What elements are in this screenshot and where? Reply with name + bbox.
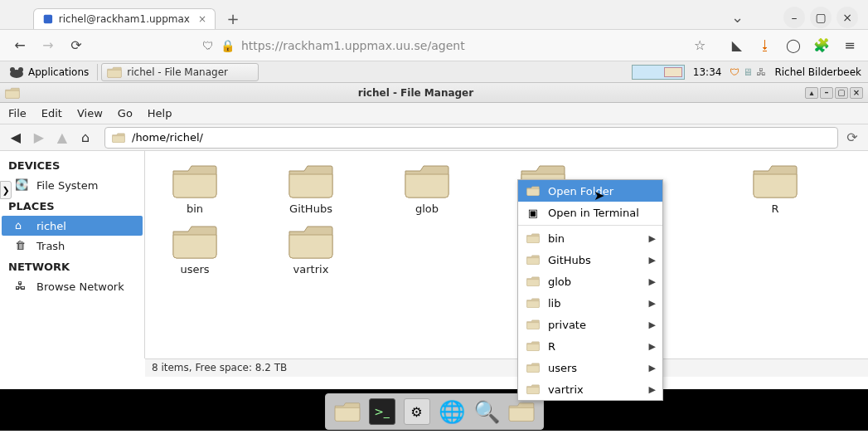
window-minimize-button[interactable]: –: [783, 7, 805, 28]
notification-icon[interactable]: 🛡: [730, 66, 739, 78]
tab-close-icon[interactable]: ×: [198, 13, 206, 25]
ctx-label: Open Folder: [548, 185, 613, 197]
sidebar-label: Browse Network: [36, 280, 124, 293]
window-close-button[interactable]: ×: [836, 7, 858, 28]
path-reload-button[interactable]: ⟳: [843, 129, 861, 145]
folder-icon: [526, 253, 540, 266]
sidebar-item-home[interactable]: ⌂ richel: [2, 216, 143, 236]
fm-shade-button[interactable]: ▴: [805, 87, 818, 99]
new-tab-button[interactable]: +: [222, 7, 244, 29]
ctx-sub-private[interactable]: private▶: [518, 314, 662, 335]
sidebar-cat-places: PLACES: [0, 195, 144, 216]
dock-search-icon[interactable]: 🔍: [473, 398, 500, 425]
ctx-separator: [518, 225, 662, 226]
folder-item[interactable]: bin: [153, 163, 236, 215]
path-bar[interactable]: /home/richel/: [104, 127, 838, 149]
folder-item[interactable]: users: [153, 223, 236, 276]
reload-button[interactable]: ⟳: [66, 36, 86, 56]
display-icon[interactable]: 🖥: [743, 66, 753, 78]
ctx-sub-users[interactable]: users▶: [518, 357, 662, 378]
folder-item[interactable]: vartrix: [269, 223, 352, 276]
network-icon[interactable]: 🖧: [756, 66, 766, 78]
nav-home-button[interactable]: ⌂: [76, 129, 95, 147]
ctx-label: private: [548, 319, 586, 331]
sidebar-item-browse-network[interactable]: 🖧 Browse Network: [0, 276, 144, 296]
submenu-arrow-icon: ▶: [649, 233, 656, 244]
workspace-switcher[interactable]: [632, 65, 685, 80]
ctx-open-folder[interactable]: Open Folder: [518, 180, 662, 202]
ctx-sub-r[interactable]: R▶: [518, 335, 662, 357]
ctx-label: Open in Terminal: [548, 207, 639, 219]
menu-go[interactable]: Go: [118, 107, 133, 119]
url-bar[interactable]: 🛡 🔒 https://rackham1.uppmax.uu.se/agent: [202, 34, 667, 57]
folder-icon: [526, 383, 540, 396]
back-button[interactable]: ←: [10, 36, 30, 56]
forward-button[interactable]: →: [38, 36, 58, 56]
pocket-icon[interactable]: ◣: [729, 37, 745, 54]
applications-menu[interactable]: Applications: [3, 64, 94, 80]
sidebar-label: richel: [36, 220, 66, 232]
dock-settings-icon[interactable]: ⚙: [404, 398, 430, 425]
menu-help[interactable]: Help: [148, 107, 172, 119]
folder-item[interactable]: GitHubs: [269, 163, 352, 215]
sidebar-item-trash[interactable]: 🗑 Trash: [0, 236, 144, 256]
icon-view[interactable]: bin GitHubs glob lib private R users var…: [145, 151, 868, 358]
sidebar-collapse-handle[interactable]: ❯: [0, 181, 12, 199]
window-maximize-button[interactable]: ▢: [810, 7, 832, 28]
fm-minimize-button[interactable]: –: [820, 87, 833, 99]
nav-back-button[interactable]: ◀: [7, 129, 25, 147]
folder-label: users: [180, 263, 209, 276]
ctx-sub-vartrix[interactable]: vartrix▶: [518, 378, 662, 400]
browser-tab[interactable]: richel@rackham1.uppmax ×: [33, 8, 216, 29]
nav-up-button[interactable]: ▲: [53, 129, 71, 147]
submenu-arrow-icon: ▶: [649, 276, 656, 287]
tabs-dropdown-icon[interactable]: ⌄: [731, 8, 744, 26]
ctx-sub-lib[interactable]: lib▶: [518, 292, 662, 314]
ctx-sub-bin[interactable]: bin▶: [518, 227, 662, 249]
folder-item[interactable]: R: [734, 163, 817, 215]
ctx-label: R: [548, 340, 555, 353]
folder-icon: [526, 184, 540, 197]
account-icon[interactable]: ◯: [785, 37, 802, 54]
panel-username[interactable]: Richel Bilderbeek: [774, 66, 865, 78]
fm-title-text: richel - File Manager: [27, 87, 805, 99]
submenu-arrow-icon: ▶: [649, 363, 656, 373]
nav-forward-button[interactable]: ▶: [30, 129, 48, 147]
bookmark-star-icon[interactable]: ☆: [694, 37, 712, 53]
folder-icon: [526, 318, 540, 331]
ctx-label: bin: [548, 232, 565, 245]
fm-titlebar[interactable]: richel - File Manager ▴ – ▢ ×: [0, 83, 868, 103]
ctx-label: lib: [548, 297, 560, 310]
ctx-sub-githubs[interactable]: GitHubs▶: [518, 249, 662, 271]
menu-edit[interactable]: Edit: [41, 107, 62, 119]
folder-item[interactable]: glob: [386, 163, 468, 215]
context-menu: Open Folder ▣ Open in Terminal bin▶ GitH…: [517, 179, 663, 401]
sidebar-label: File System: [36, 179, 98, 192]
ctx-sub-glob[interactable]: glob▶: [518, 271, 662, 292]
folder-label: GitHubs: [289, 202, 332, 215]
ctx-open-terminal[interactable]: ▣ Open in Terminal: [518, 202, 662, 223]
dock-filemanager-icon[interactable]: [334, 398, 361, 425]
network-icon: 🖧: [15, 280, 30, 293]
downloads-icon[interactable]: ⭳: [757, 37, 773, 54]
sidebar-item-filesystem[interactable]: 💽 File System: [0, 175, 144, 195]
dock-web-icon[interactable]: 🌐: [439, 398, 465, 425]
drive-icon: 💽: [15, 178, 30, 192]
dock-terminal-icon[interactable]: >_: [369, 398, 395, 425]
folder-icon: [526, 296, 540, 310]
menu-file[interactable]: File: [8, 107, 27, 119]
dock-folder-icon[interactable]: [508, 398, 535, 425]
taskbar-filemanager[interactable]: richel - File Manager: [101, 63, 259, 81]
fm-title-icon: [5, 85, 20, 100]
extensions-icon[interactable]: 🧩: [813, 37, 830, 54]
submenu-arrow-icon: ▶: [649, 384, 656, 395]
fm-close-button[interactable]: ×: [850, 87, 863, 99]
panel-clock: 13:34: [693, 66, 722, 78]
path-text: /home/richel/: [132, 131, 203, 144]
app-menu-icon[interactable]: ≡: [841, 37, 858, 54]
menu-view[interactable]: View: [77, 107, 103, 119]
fm-maximize-button[interactable]: ▢: [835, 87, 848, 99]
terminal-icon: ▣: [526, 206, 540, 219]
bottom-dock: >_ ⚙ 🌐 🔍: [325, 393, 544, 430]
folder-label: R: [771, 202, 778, 215]
